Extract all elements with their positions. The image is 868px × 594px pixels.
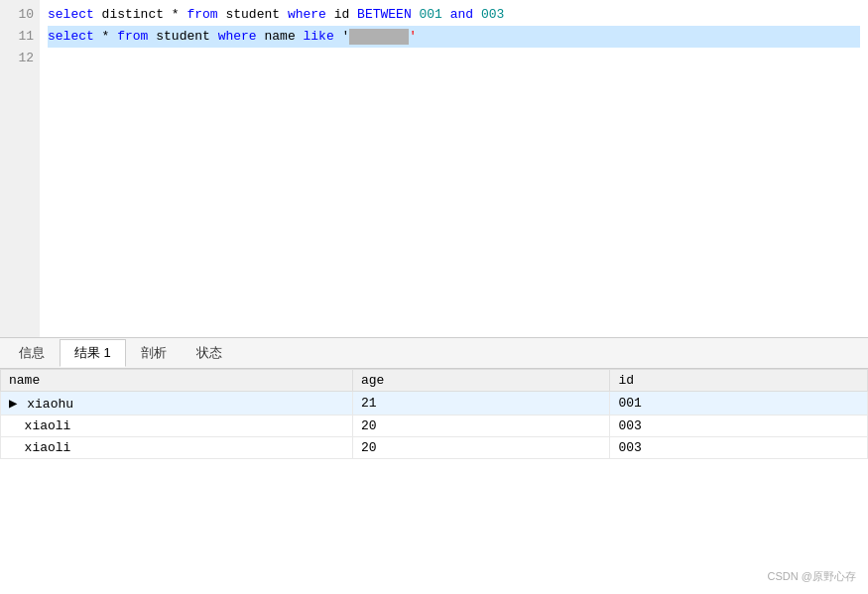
text-003: 003 — [473, 4, 504, 26]
cell-name-2: xiaoli — [1, 416, 353, 437]
text-student-l10: student — [218, 4, 288, 26]
tab-bar: 信息 结果 1 剖析 状态 — [0, 337, 868, 369]
keyword-select-l10: select — [48, 4, 94, 26]
line-numbers: 10 11 12 — [0, 0, 40, 337]
cell-age-3: 20 — [352, 437, 610, 459]
keyword-where-l11: where — [218, 26, 257, 48]
text-star: * — [94, 26, 117, 48]
text-student-l11: student — [148, 26, 217, 48]
cell-id-1: 001 — [610, 392, 868, 416]
code-line-11: select * from student where name like '' — [48, 26, 860, 48]
cell-id-3: 003 — [610, 437, 868, 459]
keyword-like: like — [303, 26, 333, 48]
keyword-select-l11: select — [48, 26, 94, 48]
tab-analyze[interactable]: 剖析 — [126, 339, 182, 367]
cell-name-1: ▶ xiaohu — [1, 392, 353, 416]
text-quote-close: ' — [409, 26, 417, 48]
cell-age-1: 21 — [352, 392, 610, 416]
table-row: xiaoli 20 003 — [1, 416, 868, 437]
tab-info[interactable]: 信息 — [4, 339, 60, 367]
col-header-age: age — [352, 370, 610, 392]
tab-result1[interactable]: 结果 1 — [60, 339, 126, 367]
keyword-and: and — [450, 4, 473, 26]
keyword-between: BETWEEN — [357, 4, 412, 26]
code-line-12 — [48, 48, 860, 69]
row-indicator-1: ▶ — [9, 396, 19, 412]
cell-name-3: xiaoli — [1, 437, 353, 459]
text-name: name — [257, 26, 304, 48]
text-id: id — [326, 4, 357, 26]
keyword-from-l10: from — [186, 4, 217, 26]
watermark: CSDN @原野心存 — [768, 569, 856, 584]
tab-status[interactable]: 状态 — [182, 339, 237, 367]
table-row: ▶ xiaohu 21 001 — [1, 392, 868, 416]
cell-id-2: 003 — [610, 416, 868, 437]
code-line-10: select distinct * from student where id … — [48, 4, 860, 26]
line-num-10: 10 — [0, 4, 34, 26]
col-header-id: id — [610, 370, 868, 392]
text-001: 001 — [412, 4, 450, 26]
keyword-where-l10: where — [288, 4, 326, 26]
results-area[interactable]: name age id ▶ xiaohu 21 001 xiaoli 20 00 — [0, 369, 868, 594]
cell-age-2: 20 — [352, 416, 610, 437]
col-header-name: name — [1, 370, 353, 392]
code-content[interactable]: select distinct * from student where id … — [40, 0, 868, 337]
line-num-12: 12 — [0, 48, 34, 69]
results-table: name age id ▶ xiaohu 21 001 xiaoli 20 00 — [0, 369, 868, 459]
bottom-area: name age id ▶ xiaohu 21 001 xiaoli 20 00 — [0, 369, 868, 594]
table-row: xiaoli 20 003 — [1, 437, 868, 459]
keyword-from-l11: from — [117, 26, 148, 48]
editor-area: 10 11 12 select distinct * from student … — [0, 0, 868, 337]
cursor-input[interactable] — [349, 29, 409, 45]
text-quote-open: ' — [334, 26, 350, 48]
line-num-11: 11 — [0, 26, 34, 48]
text-distinct: distinct * — [94, 4, 187, 26]
